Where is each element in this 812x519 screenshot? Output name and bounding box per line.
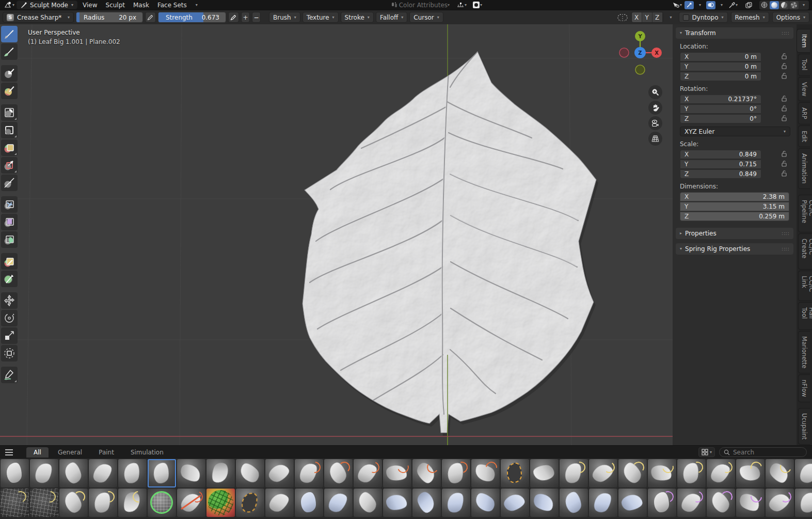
editor-type-selector[interactable]: ▾: [3, 1, 15, 9]
symmetry-dropdown[interactable]: ▾: [666, 13, 676, 22]
brush-thumbnail[interactable]: [236, 489, 264, 517]
eyedropper-dropdown[interactable]: ▾: [728, 1, 739, 9]
mirror-axis-x[interactable]: X: [632, 12, 642, 22]
mesh-filter-tool[interactable]: [1, 196, 18, 213]
rotation-z-field[interactable]: Z0°: [680, 114, 761, 123]
location-x-field[interactable]: X0 m: [680, 52, 761, 61]
brush-thumbnail[interactable]: [442, 489, 470, 517]
brush-subtract-button[interactable]: −: [252, 12, 261, 23]
show-gizmos-toggle[interactable]: [684, 1, 694, 9]
popover-brush[interactable]: Brush▾: [269, 12, 300, 23]
brush-thumbnail[interactable]: [59, 459, 88, 487]
brush-thumbnail-selected[interactable]: [148, 459, 176, 487]
brush-thumbnail[interactable]: [530, 459, 559, 487]
menu-mask[interactable]: Mask: [129, 1, 153, 9]
rotation-x-field[interactable]: X0.21737°: [680, 95, 761, 104]
toggle-xray-button[interactable]: [744, 1, 754, 9]
sidebar-tab-marionette[interactable]: Marionette: [798, 331, 810, 373]
mask-brush[interactable]: [1, 65, 18, 82]
scale-y-field[interactable]: Y0.715: [680, 160, 761, 169]
line-project-tool[interactable]: [1, 175, 18, 191]
brush-thumbnail[interactable]: [1, 489, 29, 517]
sidebar-tab-item[interactable]: Item: [797, 29, 810, 53]
brush-thumbnail[interactable]: [501, 489, 529, 517]
box-mask-tool[interactable]: [1, 104, 18, 121]
brush-thumbnail[interactable]: [618, 459, 647, 487]
brush-thumbnail[interactable]: [677, 459, 706, 487]
transform-tool[interactable]: [1, 345, 18, 361]
object-visibility-dropdown[interactable]: ▾: [672, 1, 683, 9]
menu-face-sets[interactable]: Face Sets: [153, 1, 191, 9]
remesh-popover[interactable]: Remesh ▾: [731, 12, 769, 23]
brush-thumbnail[interactable]: [118, 489, 147, 517]
brush-thumbnail[interactable]: [795, 459, 812, 487]
mirror-axis-y[interactable]: Y: [642, 12, 652, 22]
unlock-icon[interactable]: [781, 115, 787, 123]
sidebar-tab-cc-ic-create[interactable]: CC/iC Create: [798, 233, 812, 269]
shelf-menu-button[interactable]: [5, 449, 13, 455]
gizmos-dropdown[interactable]: ▾: [695, 1, 705, 9]
shelf-tab-general[interactable]: General: [51, 447, 89, 458]
brush-thumbnail[interactable]: [766, 459, 794, 487]
box-trim-tool[interactable]: [1, 157, 18, 174]
overlays-dropdown[interactable]: ▾: [717, 1, 726, 9]
brush-thumbnail[interactable]: [560, 489, 588, 517]
panel-drag-handle[interactable]: ∷∷: [782, 30, 789, 36]
menu-sculpt[interactable]: Sculpt: [102, 1, 129, 9]
brush-thumbnail[interactable]: [471, 459, 500, 487]
scale-tool[interactable]: [1, 327, 18, 344]
rotate-tool[interactable]: [1, 310, 18, 326]
transform-panel-header[interactable]: ▾ Transform ∷∷: [676, 27, 793, 39]
brush-thumbnail[interactable]: [177, 489, 205, 517]
shelf-display-dropdown[interactable]: ▾: [698, 447, 715, 457]
brush-thumbnail[interactable]: [589, 459, 617, 487]
brush-selector[interactable]: S Crease Sharp* ▾: [3, 12, 74, 23]
popover-stroke[interactable]: Stroke▾: [341, 12, 374, 23]
shading-dropdown[interactable]: ▾: [799, 1, 808, 9]
brush-thumbnail[interactable]: [530, 489, 559, 517]
menu-view[interactable]: View: [78, 1, 101, 9]
unlock-icon[interactable]: [781, 53, 787, 61]
brush-thumbnail[interactable]: [206, 459, 235, 487]
brush-thumbnail[interactable]: [648, 489, 676, 517]
unlock-icon[interactable]: [781, 62, 787, 71]
popover-cursor[interactable]: Cursor▾: [409, 12, 443, 23]
spring-rig-panel-header[interactable]: ▾ Spring Rig Properties ∷∷: [676, 243, 793, 255]
unlock-icon[interactable]: [781, 150, 787, 159]
brush-thumbnail[interactable]: [736, 489, 765, 517]
pan-button[interactable]: [648, 101, 662, 115]
camera-view-button[interactable]: [648, 116, 662, 130]
location-y-field[interactable]: Y0 m: [680, 62, 761, 71]
sidebar-tab-ucupaint[interactable]: Ucupaint: [798, 408, 810, 445]
cloth-filter-tool[interactable]: [1, 214, 18, 230]
brush-thumbnail[interactable]: [89, 489, 117, 517]
brush-thumbnail[interactable]: [354, 459, 382, 487]
brush-thumbnail[interactable]: [177, 459, 205, 487]
rotation-y-field[interactable]: Y0°: [680, 104, 761, 114]
brush-thumbnail[interactable]: [560, 459, 588, 487]
dimension-x-field[interactable]: X2.38 m: [680, 192, 789, 201]
toggle-ortho-button[interactable]: [648, 132, 662, 146]
shading-rendered-button[interactable]: [789, 1, 799, 9]
mask-by-color-tool[interactable]: [1, 271, 18, 287]
brush-thumbnail[interactable]: [324, 489, 353, 517]
show-overlays-toggle[interactable]: [706, 1, 715, 9]
mode-selector[interactable]: Sculpt Mode ▾: [17, 1, 77, 9]
brush-thumbnail[interactable]: [471, 489, 500, 517]
brush-thumbnail[interactable]: [677, 489, 706, 517]
sidebar-tab-animation[interactable]: Animation: [798, 148, 810, 189]
brush-thumbnail[interactable]: [30, 489, 58, 517]
brush-thumbnail[interactable]: [736, 459, 765, 487]
brush-thumbnail[interactable]: [442, 459, 470, 487]
brush-thumbnail[interactable]: [295, 459, 323, 487]
brush-thumbnail[interactable]: [118, 459, 147, 487]
brush-thumbnail[interactable]: [412, 459, 441, 487]
zoom-button[interactable]: [648, 85, 662, 99]
location-z-field[interactable]: Z0 m: [680, 72, 761, 81]
draw-face-sets-brush[interactable]: [1, 83, 18, 99]
brush-thumbnail[interactable]: [707, 489, 735, 517]
unlock-icon[interactable]: [781, 72, 787, 81]
color-filter-tool[interactable]: [1, 231, 18, 248]
sidebar-tab-cc-ic-pipeline[interactable]: CC/iC Pipeline: [798, 195, 812, 233]
brush-thumbnail[interactable]: [383, 459, 411, 487]
